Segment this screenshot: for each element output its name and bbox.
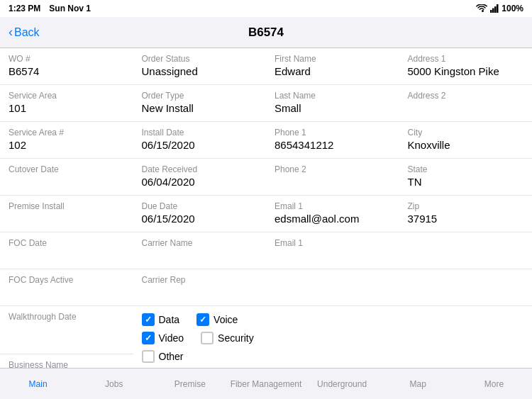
signal-icon [490, 4, 499, 13]
tab-map[interactable]: Map [380, 369, 456, 400]
field-walkthrough: Walkthrough Date [0, 306, 133, 354]
order-type-label: Order Type [142, 91, 258, 101]
field-state: State TN [399, 159, 533, 196]
field-phone2: Phone 2 [266, 159, 399, 196]
checkbox-row-1: ✓ Data ✓ Voice [142, 313, 258, 326]
tab-more[interactable]: More [456, 369, 532, 400]
tab-more-label: More [484, 379, 504, 389]
checkbox-voice-label: Voice [214, 314, 238, 325]
svg-rect-3 [497, 4, 499, 13]
svg-rect-2 [494, 6, 497, 13]
field-order-type: Order Type New Install [133, 85, 267, 122]
foc-days-value [9, 286, 125, 298]
field-cutover-date: Cutover Date [0, 159, 133, 196]
field-wo: WO # B6574 [0, 48, 133, 85]
address2-value [408, 102, 524, 114]
checkbox-row-3: Other [142, 350, 258, 363]
cutover-date-label: Cutover Date [9, 164, 125, 174]
field-carrier-rep: Carrier Rep [133, 269, 267, 306]
field-empty-6-4 [399, 232, 533, 269]
checkbox-other[interactable] [142, 350, 155, 363]
wifi-icon [476, 4, 487, 13]
tab-fiber-management[interactable]: Fiber Management [228, 369, 304, 400]
city-value: Knoxville [408, 139, 524, 151]
tab-jobs-label: Jobs [105, 379, 123, 389]
phone1-label: Phone 1 [275, 128, 391, 137]
service-area-label: Service Area [9, 91, 125, 101]
field-carrier-name: Carrier Name [133, 232, 267, 269]
tab-map-label: Map [410, 379, 426, 389]
service-area-value: 101 [9, 102, 125, 114]
date-received-value: 06/04/2020 [142, 176, 258, 188]
tab-premise[interactable]: Premise [152, 369, 228, 400]
tab-jobs[interactable]: Jobs [76, 369, 152, 400]
field-due-date: Due Date 06/15/2020 [133, 196, 267, 232]
order-status-value: Unassigned [142, 65, 258, 77]
page-title: B6574 [248, 26, 284, 40]
order-status-label: Order Status [142, 54, 258, 64]
field-address1: Address 1 5000 Kingston Pike [399, 48, 533, 85]
svg-rect-1 [492, 9, 494, 13]
install-date-label: Install Date [142, 128, 258, 137]
walkthrough-value [9, 323, 125, 335]
foc-date-label: FOC Date [9, 238, 125, 248]
svg-rect-0 [490, 10, 492, 13]
carrier-name-value [142, 249, 258, 262]
premise-install-value [9, 213, 125, 225]
field-service-area-num: Service Area # 102 [0, 122, 133, 159]
last-name-value: Small [275, 102, 391, 114]
city-label: City [408, 128, 524, 137]
email1b-value [275, 249, 391, 262]
field-empty-8-4 [399, 306, 533, 368]
checkbox-video-check: ✓ [145, 333, 152, 343]
tab-bar: Main Jobs Premise Fiber Management Under… [0, 368, 532, 399]
back-label: Back [14, 26, 40, 39]
checkbox-voice[interactable]: ✓ [196, 313, 209, 326]
checkbox-security[interactable] [201, 332, 214, 344]
phone1-value: 8654341212 [275, 139, 391, 151]
carrier-name-label: Carrier Name [142, 238, 258, 248]
checkbox-security-label: Security [218, 332, 254, 344]
status-time: 1:23 PM Sun Nov 1 [9, 4, 91, 13]
day-label: Sun Nov 1 [49, 4, 91, 13]
address1-value: 5000 Kingston Pike [408, 65, 524, 77]
checkbox-data[interactable]: ✓ [142, 313, 155, 326]
email1-label: Email 1 [275, 201, 391, 211]
checkbox-other-item[interactable]: Other [142, 350, 184, 363]
first-name-label: First Name [275, 54, 391, 64]
checkbox-data-label: Data [159, 314, 180, 325]
order-type-value: New Install [142, 102, 258, 114]
checkbox-security-item[interactable]: Security [201, 332, 254, 344]
content-area: WO # B6574 Order Status Unassigned First… [0, 48, 532, 368]
field-empty-7-4 [399, 269, 533, 306]
tab-underground[interactable]: Underground [304, 369, 380, 400]
checkbox-voice-item[interactable]: ✓ Voice [196, 313, 238, 326]
checkbox-data-check: ✓ [145, 315, 152, 325]
due-date-label: Due Date [142, 201, 258, 211]
battery-label: 100% [501, 4, 523, 13]
status-icons: 100% [476, 4, 523, 13]
field-first-name: First Name Edward [266, 48, 399, 85]
checkbox-video[interactable]: ✓ [142, 332, 155, 344]
date-received-label: Date Received [142, 164, 258, 174]
tab-main-label: Main [29, 379, 48, 389]
back-chevron-icon: ‹ [9, 25, 13, 40]
tab-premise-label: Premise [174, 379, 206, 389]
back-button[interactable]: ‹ Back [9, 25, 40, 40]
checkbox-video-label: Video [159, 332, 184, 344]
tab-main[interactable]: Main [0, 369, 76, 400]
wo-value: B6574 [9, 65, 125, 77]
field-empty-8-3 [266, 306, 399, 368]
service-area-num-value: 102 [9, 139, 125, 151]
checkbox-data-item[interactable]: ✓ Data [142, 313, 180, 326]
phone2-value [275, 176, 391, 188]
zip-label: Zip [408, 201, 524, 211]
due-date-value: 06/15/2020 [142, 213, 258, 225]
field-city: City Knoxville [399, 122, 533, 159]
checkbox-col: ✓ Data ✓ Voice ✓ Video [133, 306, 267, 368]
field-email1: Email 1 edsmall@aol.com [266, 196, 399, 232]
field-foc-date: FOC Date [0, 232, 133, 269]
last-name-label: Last Name [275, 91, 391, 101]
checkbox-video-item[interactable]: ✓ Video [142, 332, 184, 344]
header: ‹ Back B6574 [0, 17, 532, 48]
